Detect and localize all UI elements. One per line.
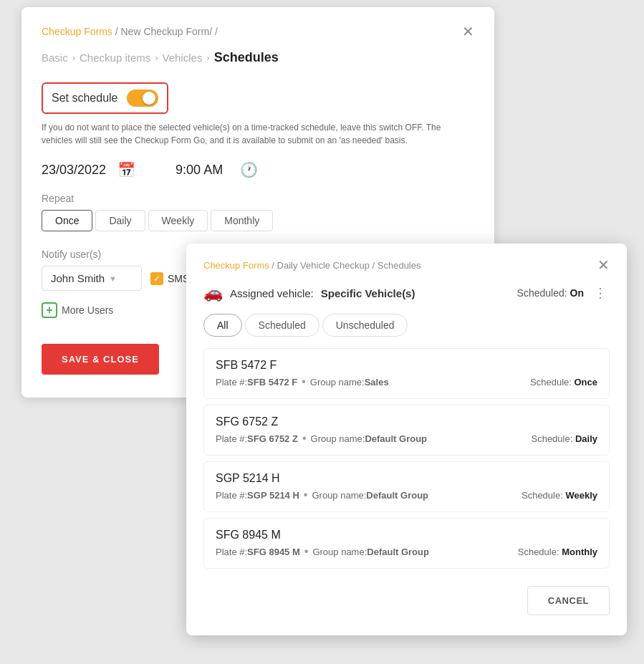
steps-nav: Basic › Checkup items › Vehicles › Sched…: [42, 50, 474, 65]
chevron-icon-3: ›: [206, 52, 209, 63]
plate-label: Plate #:SGP 5214 H: [216, 490, 299, 501]
vehicle-details: Plate #:SFG 8945 M • Group name:Default …: [216, 545, 597, 558]
assigned-vehicle-row: 🚗 Assigned vehicle:Specific Vehicle(s) S…: [203, 284, 610, 302]
step-checkup-items: Checkup items: [80, 52, 150, 64]
vehicle-meta: Plate #:SFG 8945 M • Group name:Default …: [216, 545, 429, 558]
assigned-left: 🚗 Assigned vehicle:Specific Vehicle(s): [203, 284, 415, 302]
vehicle-details: Plate #:SFB 5472 F • Group name:Sales Sc…: [216, 375, 597, 388]
fg-breadcrumb-rest: / Daily Vehicle Checkup / Schedules: [269, 260, 421, 271]
set-schedule-label: Set schedule: [52, 92, 118, 105]
bg-modal-header: Checkup Forms / New Checkup Form/ / ✕: [42, 24, 474, 39]
plate-label: Plate #:SFG 8945 M: [216, 547, 300, 557]
vehicle-name: SGP 5214 H: [216, 472, 597, 485]
car-icon: 🚗: [203, 284, 223, 302]
breadcrumb-rest: / New Checkup Form/ /: [112, 26, 218, 37]
repeat-buttons: Once Daily Weekly Monthly: [42, 210, 474, 231]
repeat-label: Repeat: [42, 193, 474, 204]
vehicle-item[interactable]: SFG 6752 Z Plate #:SFG 6752 Z • Group na…: [203, 405, 610, 456]
datetime-row: 23/03/2022 📅 9:00 AM 🕐: [42, 161, 474, 178]
vehicle-details: Plate #:SGP 5214 H • Group name:Default …: [216, 489, 597, 501]
more-users-label: More Users: [62, 304, 113, 316]
chevron-icon-1: ›: [72, 52, 75, 63]
filter-tabs: All Scheduled Unscheduled: [203, 314, 610, 337]
filter-unscheduled-tab[interactable]: Unscheduled: [322, 314, 408, 337]
close-button[interactable]: ✕: [462, 24, 474, 39]
breadcrumb-link[interactable]: Checkup Forms: [42, 26, 112, 37]
assigned-type: Specific Vehicle(s): [321, 287, 415, 299]
clock-icon[interactable]: 🕐: [240, 161, 258, 178]
fg-modal-header: Checkup Forms / Daily Vehicle Checkup / …: [203, 258, 610, 272]
dot-separator: •: [304, 545, 309, 558]
group-label: Group name:Default Group: [311, 433, 428, 444]
vehicle-schedule: Schedule: Monthly: [518, 547, 597, 557]
repeat-weekly-button[interactable]: Weekly: [148, 210, 208, 231]
fg-close-button[interactable]: ✕: [597, 258, 610, 272]
step-schedules: Schedules: [214, 50, 279, 65]
vehicle-meta: Plate #:SFB 5472 F • Group name:Sales: [216, 375, 389, 388]
fg-breadcrumb-link[interactable]: Checkup Forms: [203, 260, 269, 271]
plus-icon: +: [42, 302, 57, 318]
fg-footer: CANCEL: [203, 586, 610, 615]
vehicle-details: Plate #:SFG 6752 Z • Group name:Default …: [216, 432, 597, 445]
schedule-description: If you do not want to place the selected…: [42, 121, 457, 147]
vehicle-name: SFG 8945 M: [216, 529, 597, 542]
group-label: Group name:Sales: [310, 377, 389, 388]
assigned-right: Scheduled: On ⋮: [517, 285, 610, 301]
vehicle-item[interactable]: SGP 5214 H Plate #:SGP 5214 H • Group na…: [203, 461, 610, 512]
more-users-button[interactable]: + More Users: [42, 302, 113, 318]
set-schedule-toggle[interactable]: [127, 90, 158, 107]
vehicle-list: SFB 5472 F Plate #:SFB 5472 F • Group na…: [203, 348, 610, 574]
user-name: John Smith: [51, 272, 105, 284]
repeat-once-button[interactable]: Once: [42, 210, 92, 231]
chevron-icon-2: ›: [155, 52, 158, 63]
repeat-monthly-button[interactable]: Monthly: [211, 210, 273, 231]
dot-separator: •: [304, 489, 308, 501]
vehicle-schedule: Schedule: Daily: [531, 433, 597, 444]
dot-separator: •: [302, 432, 307, 445]
chevron-down-icon: ▼: [109, 274, 117, 283]
vehicle-item[interactable]: SFB 5472 F Plate #:SFB 5472 F • Group na…: [203, 348, 610, 399]
assigned-label: Assigned vehicle:: [230, 287, 314, 299]
repeat-daily-button[interactable]: Daily: [95, 210, 145, 231]
save-close-button[interactable]: SAVE & CLOSE: [42, 344, 159, 375]
sms-checkbox[interactable]: ✓ SMS: [150, 272, 189, 285]
step-vehicles: Vehicles: [163, 52, 203, 64]
dot-separator: •: [302, 375, 306, 388]
fg-breadcrumb: Checkup Forms / Daily Vehicle Checkup / …: [203, 260, 420, 271]
vehicle-meta: Plate #:SGP 5214 H • Group name:Default …: [216, 489, 428, 501]
vehicle-meta: Plate #:SFG 6752 Z • Group name:Default …: [216, 432, 427, 445]
assigned-vehicles-modal: Checkup Forms / Daily Vehicle Checkup / …: [186, 244, 627, 635]
vehicle-schedule: Schedule: Weekly: [522, 490, 597, 501]
sms-checkbox-checked: ✓: [150, 272, 163, 285]
plate-label: Plate #:SFG 6752 Z: [216, 433, 298, 444]
filter-all-tab[interactable]: All: [203, 314, 242, 337]
group-label: Group name:Default Group: [312, 547, 429, 557]
more-options-button[interactable]: ⋮: [591, 285, 610, 301]
vehicle-item[interactable]: SFG 8945 M Plate #:SFG 8945 M • Group na…: [203, 518, 610, 569]
scheduled-status: Scheduled: On: [517, 287, 584, 299]
user-select[interactable]: John Smith ▼: [42, 266, 142, 291]
vehicle-name: SFG 6752 Z: [216, 415, 597, 428]
step-basic: Basic: [42, 52, 68, 64]
vehicle-name: SFB 5472 F: [216, 359, 597, 372]
filter-scheduled-tab[interactable]: Scheduled: [245, 314, 319, 337]
toggle-track: [127, 90, 158, 107]
calendar-icon[interactable]: 📅: [117, 161, 135, 178]
breadcrumb: Checkup Forms / New Checkup Form/ /: [42, 26, 218, 37]
date-value[interactable]: 23/03/2022: [42, 163, 106, 178]
vehicle-schedule: Schedule: Once: [530, 377, 597, 388]
time-value[interactable]: 9:00 AM: [176, 163, 223, 178]
toggle-thumb: [143, 92, 155, 105]
plate-label: Plate #:SFB 5472 F: [216, 377, 297, 388]
set-schedule-row: Set schedule: [42, 82, 168, 114]
cancel-button[interactable]: CANCEL: [527, 586, 610, 615]
group-label: Group name:Default Group: [312, 490, 428, 501]
